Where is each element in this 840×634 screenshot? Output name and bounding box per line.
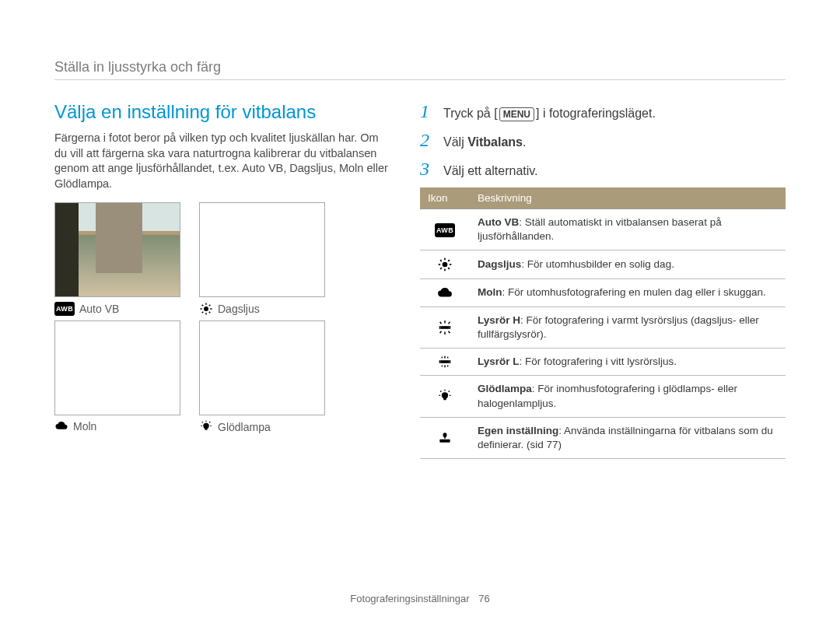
- cloud-icon: [54, 421, 68, 432]
- awb-icon: AWB: [420, 209, 470, 250]
- wb-label-text: Dagsljus: [218, 303, 260, 315]
- table-row: Glödlampa: För inomhusfotografering i gl…: [420, 376, 786, 417]
- svg-line-22: [448, 261, 450, 262]
- cloud-icon: [420, 279, 470, 306]
- table-desc: Egen inställning: Använda inställningarn…: [470, 417, 786, 458]
- step-text-post: ] i fotograferingsläget.: [536, 107, 656, 120]
- svg-line-44: [440, 391, 441, 391]
- wb-example-daylight: Dagsljus: [199, 202, 325, 316]
- svg-point-14: [443, 262, 448, 268]
- step-text-post: .: [523, 135, 526, 149]
- fluorescent-h-icon: [420, 306, 470, 348]
- svg-line-45: [449, 391, 450, 391]
- svg-line-28: [440, 322, 442, 324]
- wb-label-text: Moln: [73, 420, 96, 433]
- wb-thumbnail-cloudy: [54, 321, 180, 415]
- table-desc: Auto VB: Ställ automatiskt in vitbalanse…: [470, 209, 786, 250]
- svg-line-5: [202, 305, 204, 306]
- svg-line-20: [448, 268, 450, 270]
- bulb-icon: [199, 420, 213, 434]
- divider: [54, 79, 786, 80]
- svg-line-21: [440, 268, 442, 270]
- breadcrumb: Ställa in ljusstyrka och färg: [54, 59, 221, 75]
- step-text: Välj ett alternativ.: [443, 164, 538, 178]
- table-row: Lysrör H: För fotografering i varmt lysr…: [420, 306, 786, 348]
- table-desc: Dagsljus: För utomhusbilder en solig dag…: [470, 250, 786, 279]
- wb-thumbnail-daylight: [199, 202, 325, 297]
- footer: Fotograferingsinställningar 76: [0, 593, 840, 604]
- svg-line-19: [440, 261, 442, 262]
- right-column: 1 Tryck på [MENU] i fotograferingsläget.…: [420, 101, 786, 459]
- table-desc: Moln: För utomhusfotografering en mulen …: [470, 279, 786, 306]
- sun-icon: [199, 302, 213, 316]
- wb-example-grid: AWB Auto VB Dagsljus: [54, 202, 327, 434]
- step-text-pre: Tryck på [: [443, 107, 498, 120]
- wb-example-auto: AWB Auto VB: [54, 202, 180, 316]
- table-row: Dagsljus: För utomhusbilder en solig dag…: [420, 250, 786, 279]
- section-title: Välja en inställning för vitbalans: [54, 101, 389, 123]
- table-row: Egen inställning: Använda inställningarn…: [420, 417, 786, 458]
- svg-rect-25: [449, 326, 450, 329]
- svg-line-31: [449, 331, 450, 333]
- awb-icon: AWB: [54, 302, 75, 316]
- intro-paragraph: Färgerna i fotot beror på vilken typ och…: [54, 131, 389, 191]
- svg-line-30: [440, 331, 442, 333]
- menu-button-icon: MENU: [499, 107, 534, 121]
- footer-section: Fotograferingsinställningar: [350, 593, 469, 604]
- svg-line-29: [449, 322, 450, 324]
- wb-label-text: Glödlampa: [218, 421, 271, 433]
- step-1: 1 Tryck på [MENU] i fotograferingsläget.: [420, 101, 786, 122]
- wb-thumbnail-tungsten: [199, 321, 325, 415]
- svg-rect-24: [439, 326, 441, 329]
- step-number: 3: [420, 159, 434, 180]
- description-table: Ikon Beskrivning AWB Auto VB: Ställ auto…: [420, 187, 786, 459]
- table-row: Moln: För utomhusfotografering en mulen …: [420, 279, 786, 306]
- step-3: 3 Välj ett alternativ.: [420, 159, 786, 180]
- wb-example-cloudy: Moln: [54, 321, 180, 434]
- step-number: 2: [420, 130, 434, 151]
- svg-point-0: [204, 306, 208, 311]
- table-header-desc: Beskrivning: [470, 187, 786, 209]
- table-row: AWB Auto VB: Ställ automatiskt in vitbal…: [420, 209, 786, 250]
- step-2: 2 Välj Vitbalans.: [420, 130, 786, 151]
- svg-rect-34: [450, 360, 451, 363]
- table-header-icon: Ikon: [420, 187, 470, 209]
- table-desc: Lysrör L: För fotografering i vitt lysrö…: [470, 349, 786, 376]
- table-row: Lysrör L: För fotografering i vitt lysrö…: [420, 349, 786, 376]
- page-number: 76: [478, 593, 489, 604]
- wb-label-text: Auto VB: [79, 303, 119, 315]
- step-number: 1: [420, 101, 434, 122]
- left-column: Välja en inställning för vitbalans Färge…: [54, 101, 389, 439]
- svg-line-12: [202, 422, 203, 423]
- svg-rect-23: [441, 326, 450, 329]
- svg-line-6: [209, 312, 211, 313]
- step-text-pre: Välj: [443, 135, 467, 149]
- fluorescent-l-icon: [420, 349, 470, 376]
- sun-icon: [420, 250, 470, 279]
- custom-wb-icon: [420, 417, 470, 458]
- bulb-icon: [420, 376, 470, 417]
- wb-thumbnail-auto: [54, 202, 180, 297]
- svg-rect-33: [439, 360, 441, 363]
- svg-line-7: [202, 312, 204, 313]
- step-text-bold: Vitbalans: [467, 135, 523, 149]
- table-desc: Lysrör H: För fotografering i varmt lysr…: [470, 306, 786, 348]
- svg-rect-46: [439, 440, 450, 443]
- svg-line-8: [209, 305, 211, 306]
- wb-example-tungsten: Glödlampa: [199, 321, 325, 434]
- svg-line-13: [209, 422, 210, 423]
- svg-rect-32: [441, 360, 450, 363]
- table-desc: Glödlampa: För inomhusfotografering i gl…: [470, 376, 786, 417]
